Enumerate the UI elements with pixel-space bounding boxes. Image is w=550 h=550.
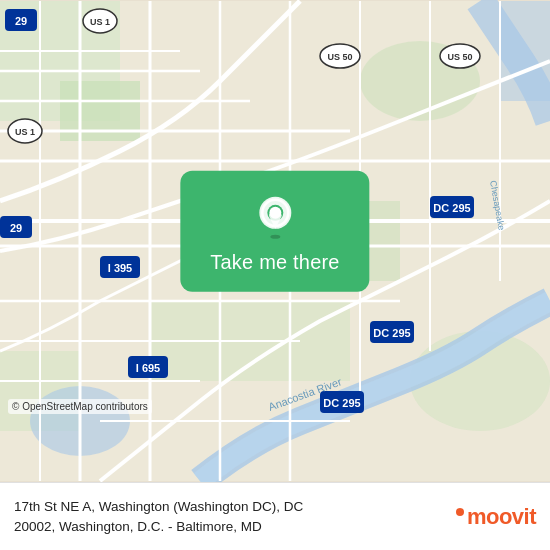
osm-credit: © OpenStreetMap contributors [8,399,152,414]
svg-point-57 [270,235,280,239]
take-me-there-button[interactable]: Take me there [210,251,339,274]
moovit-brand-text: moovit [467,504,536,530]
moovit-dot [456,508,464,516]
moovit-logo: moovit [456,504,536,530]
address-block: 17th St NE A, Washington (Washington DC)… [14,498,446,535]
svg-text:I 695: I 695 [136,362,160,374]
svg-text:US 50: US 50 [447,52,472,62]
app-container: 29 US 1 US 1 US 50 US 50 29 I 395 DC 295 [0,0,550,550]
address-line1: 17th St NE A, Washington (Washington DC)… [14,498,446,516]
map-area: 29 US 1 US 1 US 50 US 50 29 I 395 DC 295 [0,0,550,482]
svg-text:DC 295: DC 295 [323,397,360,409]
svg-text:US 1: US 1 [15,127,35,137]
location-card: Take me there [180,171,369,292]
svg-point-56 [269,207,281,219]
svg-text:29: 29 [15,15,27,27]
location-pin-icon [251,193,299,241]
svg-text:DC 295: DC 295 [433,202,470,214]
address-line2: 20002, Washington, D.C. - Baltimore, MD [14,518,446,536]
svg-text:29: 29 [10,222,22,234]
svg-text:US 50: US 50 [327,52,352,62]
svg-rect-9 [500,1,550,101]
svg-text:US 1: US 1 [90,17,110,27]
svg-text:DC 295: DC 295 [373,327,410,339]
info-bar: 17th St NE A, Washington (Washington DC)… [0,482,550,550]
svg-text:I 395: I 395 [108,262,132,274]
